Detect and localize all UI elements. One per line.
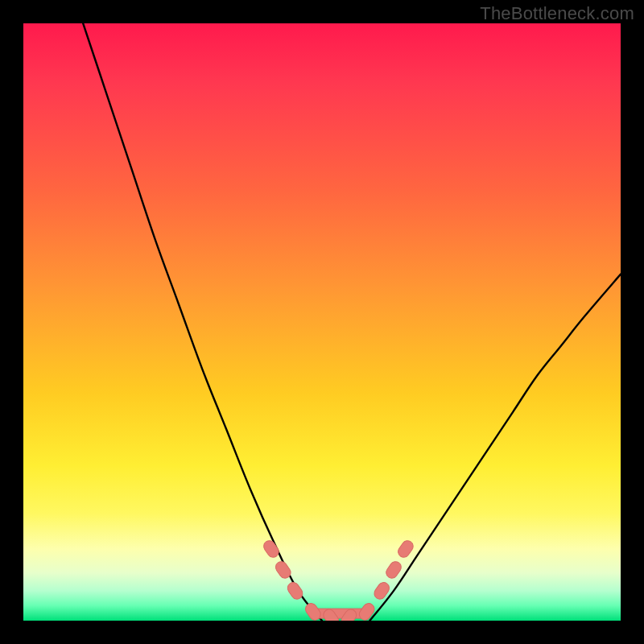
marker-point xyxy=(262,539,281,559)
svg-rect-9 xyxy=(396,539,415,559)
marker-point xyxy=(303,601,323,621)
v-curve xyxy=(83,23,621,621)
marker-point xyxy=(357,601,377,621)
svg-rect-6 xyxy=(357,601,377,621)
plot-area xyxy=(23,23,621,621)
marker-point xyxy=(396,539,415,559)
watermark-text: TheBottleneck.com xyxy=(480,3,634,24)
svg-rect-8 xyxy=(384,559,403,580)
marker-bottom-bar xyxy=(313,609,367,618)
marker-point xyxy=(384,559,403,580)
marker-group xyxy=(262,539,415,621)
curve-left-branch xyxy=(83,23,322,621)
outer-frame: TheBottleneck.com xyxy=(0,0,644,644)
svg-rect-0 xyxy=(262,539,281,559)
curve-right-branch xyxy=(369,275,621,621)
svg-rect-3 xyxy=(303,601,323,621)
curve-layer xyxy=(23,23,621,621)
